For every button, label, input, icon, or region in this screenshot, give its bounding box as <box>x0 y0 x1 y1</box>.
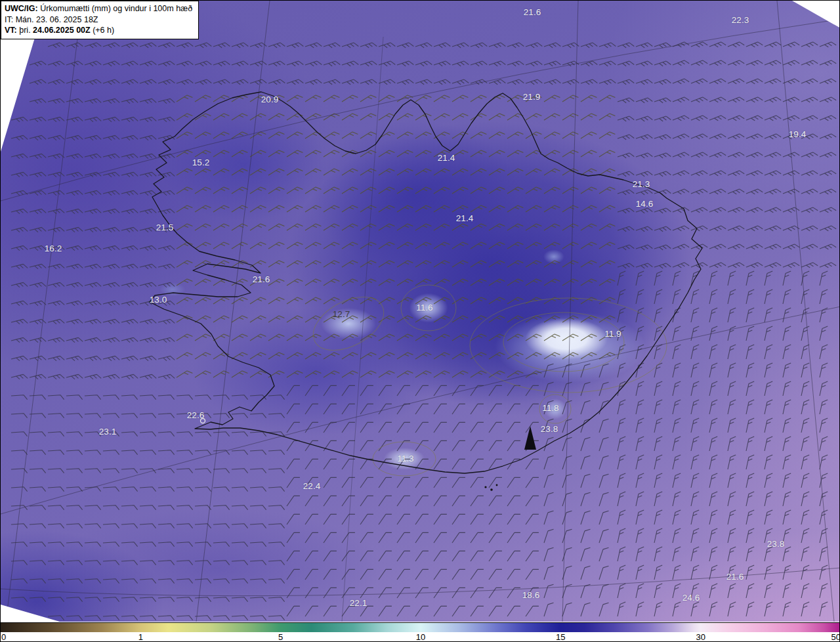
colorbar-ticks: 01510153050 <box>1 632 840 642</box>
colorbar-tick-label: 50 <box>831 632 840 642</box>
value-label: 23.8 <box>541 424 558 434</box>
value-label: 21.4 <box>438 153 455 163</box>
product-title: Úrkomumætti (mm) og vindur i 100m hæð <box>40 4 192 13</box>
value-label: 11.6 <box>416 303 432 312</box>
value-label: 22.1 <box>350 598 367 608</box>
valid-day: þri. <box>19 26 30 35</box>
colorbar-tick-label: 5 <box>278 632 283 642</box>
value-label: 11.8 <box>542 403 558 413</box>
value-label: 21.9 <box>523 92 540 102</box>
colorbar: 01510153050 <box>1 622 840 642</box>
title-box: UWC/IG: Úrkomumætti (mm) og vindur i 100… <box>1 1 199 39</box>
init-time: Mán. 23. 06. 2025 18Z <box>16 15 98 24</box>
colorbar-tick-label: 15 <box>556 632 565 642</box>
value-label: 21.5 <box>156 223 173 232</box>
colorbar-gradient <box>1 622 840 633</box>
title-line-valid: VT: þri. 24.06.2025 00Z (+6 h) <box>5 25 192 36</box>
value-label: 23.8 <box>767 539 784 549</box>
map-area: 21.622.320.921.919.415.221.421.314.621.5… <box>1 1 840 622</box>
colorbar-tick-label: 1 <box>138 632 143 642</box>
value-label: 21.6 <box>253 274 270 284</box>
value-label: 11.9 <box>604 329 621 339</box>
value-label: 15.2 <box>192 158 209 167</box>
title-line-init: IT: Mán. 23. 06. 2025 18Z <box>5 14 192 26</box>
value-labels: 21.622.320.921.919.415.221.421.314.621.5… <box>1 1 840 622</box>
colorbar-tick-label: 0 <box>1 632 6 642</box>
valid-datetime: 24.06.2025 00Z <box>33 26 91 35</box>
value-label: 21.6 <box>524 7 541 17</box>
colorbar-tick-label: 10 <box>416 632 425 642</box>
title-line-product: UWC/IG: Úrkomumætti (mm) og vindur i 100… <box>5 3 192 14</box>
value-label: 21.6 <box>726 572 744 582</box>
value-label: 20.9 <box>261 95 278 104</box>
weather-map-screenshot: 21.622.320.921.919.415.221.421.314.621.5… <box>0 0 840 642</box>
value-label: 21.4 <box>456 213 473 223</box>
init-label: IT: <box>5 15 13 24</box>
value-label: 23.1 <box>99 427 116 437</box>
value-label: 22.3 <box>732 15 749 25</box>
value-label: 21.3 <box>633 179 650 189</box>
value-label: 16.2 <box>45 244 62 253</box>
value-label: 24.6 <box>682 593 700 603</box>
value-label: 22.6 <box>187 410 204 420</box>
value-label: 12.7 <box>333 309 350 319</box>
value-label: 18.6 <box>522 590 539 600</box>
colorbar-tick-label: 30 <box>696 632 705 642</box>
product-label: UWC/IG: <box>5 4 38 13</box>
value-label: 19.4 <box>789 129 806 139</box>
valid-label: VT: <box>5 26 17 35</box>
value-label: 11.3 <box>397 454 413 463</box>
value-label: 14.6 <box>636 199 653 209</box>
value-label: 13.0 <box>150 295 167 305</box>
valid-suffix: (+6 h) <box>93 26 114 35</box>
value-label: 22.4 <box>303 481 320 491</box>
